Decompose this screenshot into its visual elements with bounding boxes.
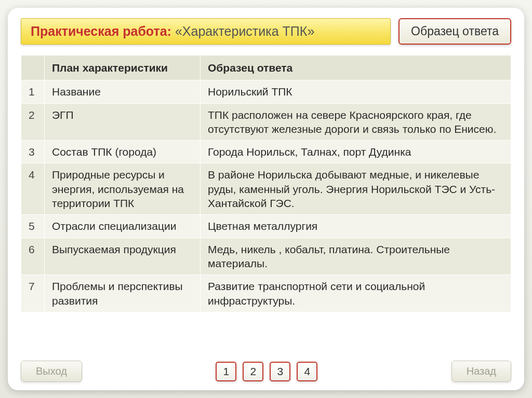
slide-frame: Практическая работа: «Характеристика ТПК… — [8, 8, 524, 390]
table-header-row: План характеристики Образец ответа — [21, 56, 511, 80]
sample-answer-label: Образец ответа — [411, 24, 499, 38]
table-row: 6 Выпускаемая продукция Медь, никель , к… — [21, 238, 511, 275]
cell-num: 7 — [21, 275, 45, 312]
cell-num: 3 — [21, 141, 45, 163]
cell-num: 5 — [21, 215, 45, 238]
header-row: Практическая работа: «Характеристика ТПК… — [21, 18, 511, 45]
title-bar: Практическая работа: «Характеристика ТПК… — [21, 18, 391, 45]
cell-plan: Природные ресурсы и энергия, используема… — [45, 163, 201, 215]
page-label: 3 — [277, 365, 283, 378]
cell-num: 6 — [21, 238, 45, 275]
cell-answer: ТПК расположен на севере Красноярского к… — [201, 103, 511, 141]
back-button[interactable]: Назад — [451, 361, 511, 382]
cell-answer: Медь, никель , кобальт, платина. Строите… — [201, 238, 511, 275]
footer-row: Выход 1 2 3 4 Назад — [21, 361, 511, 382]
page-button-4[interactable]: 4 — [297, 362, 317, 381]
cell-plan: Название — [45, 80, 201, 103]
table-row: 2 ЭГП ТПК расположен на севере Красноярс… — [21, 103, 511, 141]
page-button-3[interactable]: 3 — [270, 362, 290, 381]
cell-num: 1 — [21, 80, 45, 103]
cell-plan: Выпускаемая продукция — [45, 238, 201, 275]
page-label: 1 — [223, 365, 229, 378]
page-button-1[interactable]: 1 — [216, 362, 236, 381]
sample-answer-button[interactable]: Образец ответа — [398, 18, 511, 45]
table-row: 5 Отрасли специализации Цветная металлур… — [21, 215, 511, 238]
col-header-plan: План характеристики — [45, 56, 201, 80]
cell-answer: Города Норильск, Талнах, порт Дудинка — [201, 141, 511, 163]
cell-plan: Проблемы и перспективы развития — [45, 275, 201, 312]
cell-answer: В районе Норильска добывают медные, и ни… — [201, 163, 511, 215]
cell-plan: Отрасли специализации — [45, 215, 201, 238]
title-prefix: Практическая работа: — [31, 24, 171, 38]
page-label: 2 — [250, 365, 256, 378]
cell-plan: Состав ТПК (города) — [45, 141, 201, 163]
page-label: 4 — [304, 365, 310, 378]
exit-label: Выход — [36, 365, 67, 377]
table-row: 4 Природные ресурсы и энергия, используе… — [21, 163, 511, 215]
cell-answer: Цветная металлургия — [201, 215, 511, 238]
table-row: 1 Название Норильский ТПК — [21, 80, 511, 103]
page-button-2[interactable]: 2 — [243, 362, 263, 381]
table-row: 7 Проблемы и перспективы развития Развит… — [21, 275, 511, 312]
page-buttons: 1 2 3 4 — [216, 362, 317, 381]
col-header-answer: Образец ответа — [201, 56, 511, 80]
cell-num: 4 — [21, 163, 45, 215]
title-suffix: «Характеристика ТПК» — [171, 24, 314, 38]
content-table: План характеристики Образец ответа 1 Наз… — [21, 55, 511, 312]
back-label: Назад — [467, 365, 496, 377]
col-header-num — [21, 56, 45, 80]
cell-answer: Развитие транспортной сети и социальной … — [201, 275, 511, 312]
cell-num: 2 — [21, 103, 45, 141]
exit-button[interactable]: Выход — [21, 361, 82, 382]
cell-plan: ЭГП — [45, 103, 201, 141]
cell-answer: Норильский ТПК — [201, 80, 511, 103]
table-row: 3 Состав ТПК (города) Города Норильск, Т… — [21, 141, 511, 163]
